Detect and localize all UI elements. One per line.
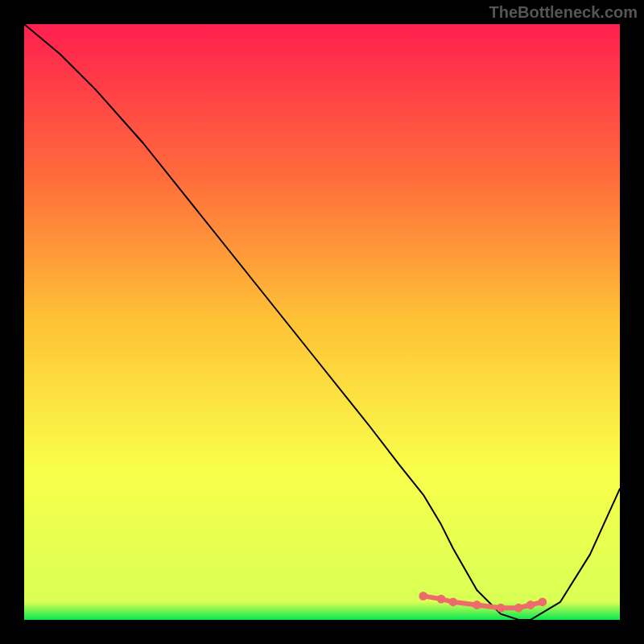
optimal-zone-marker xyxy=(526,601,535,609)
chart-svg xyxy=(24,24,620,620)
gradient-background xyxy=(24,24,620,620)
chart-container: TheBottleneck.com xyxy=(0,0,644,644)
optimal-zone-marker xyxy=(419,592,427,601)
optimal-zone-marker xyxy=(514,604,523,613)
optimal-zone-marker xyxy=(538,597,547,606)
optimal-zone-marker xyxy=(437,595,446,604)
optimal-zone-marker xyxy=(497,604,506,613)
attribution-text: TheBottleneck.com xyxy=(489,3,638,22)
plot-area xyxy=(24,24,620,620)
optimal-zone-marker xyxy=(448,597,457,606)
optimal-zone-marker xyxy=(473,601,481,609)
